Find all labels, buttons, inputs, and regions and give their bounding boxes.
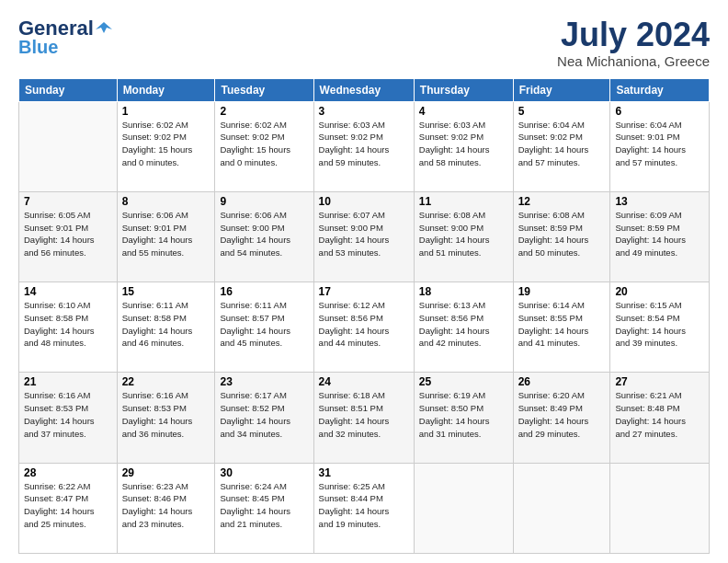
day-number: 19 [518, 285, 606, 298]
day-info: Sunrise: 6:02 AMSunset: 9:02 PMDaylight:… [220, 119, 308, 169]
calendar-cell: 14Sunrise: 6:10 AMSunset: 8:58 PMDayligh… [19, 282, 118, 373]
day-number: 17 [319, 285, 409, 298]
day-number: 24 [319, 375, 409, 388]
calendar-cell: 30Sunrise: 6:24 AMSunset: 8:45 PMDayligh… [215, 463, 313, 553]
day-info: Sunrise: 6:25 AMSunset: 8:44 PMDaylight:… [319, 480, 409, 531]
calendar-cell [610, 463, 710, 553]
day-number: 11 [419, 195, 508, 208]
day-info: Sunrise: 6:11 AMSunset: 8:57 PMDaylight:… [220, 299, 308, 350]
day-info: Sunrise: 6:02 AMSunset: 9:02 PMDaylight:… [122, 119, 210, 169]
day-info: Sunrise: 6:15 AMSunset: 8:54 PMDaylight:… [615, 299, 704, 350]
calendar-cell: 2Sunrise: 6:02 AMSunset: 9:02 PMDaylight… [215, 101, 313, 191]
day-number: 2 [220, 105, 308, 118]
day-number: 12 [518, 195, 606, 208]
day-info: Sunrise: 6:06 AMSunset: 9:00 PMDaylight:… [220, 209, 308, 259]
calendar-week-row: 14Sunrise: 6:10 AMSunset: 8:58 PMDayligh… [19, 282, 710, 373]
day-info: Sunrise: 6:16 AMSunset: 8:53 PMDaylight:… [122, 389, 210, 440]
logo: General Blue [18, 17, 112, 58]
calendar-cell: 13Sunrise: 6:09 AMSunset: 8:59 PMDayligh… [610, 191, 710, 282]
page: General Blue July 2024 Nea Michaniona, G… [0, 0, 728, 563]
day-info: Sunrise: 6:03 AMSunset: 9:02 PMDaylight:… [319, 119, 409, 169]
calendar-cell [513, 463, 610, 553]
logo-bird-icon [96, 20, 112, 37]
calendar-cell: 29Sunrise: 6:23 AMSunset: 8:46 PMDayligh… [117, 463, 215, 553]
day-number: 1 [122, 105, 210, 118]
day-info: Sunrise: 6:07 AMSunset: 9:00 PMDaylight:… [319, 209, 409, 259]
calendar-cell: 15Sunrise: 6:11 AMSunset: 8:58 PMDayligh… [117, 282, 215, 373]
day-info: Sunrise: 6:19 AMSunset: 8:50 PMDaylight:… [419, 389, 508, 440]
day-number: 20 [615, 285, 704, 298]
day-number: 14 [24, 285, 112, 298]
day-info: Sunrise: 6:03 AMSunset: 9:02 PMDaylight:… [419, 119, 508, 169]
calendar-cell: 11Sunrise: 6:08 AMSunset: 9:00 PMDayligh… [414, 191, 513, 282]
calendar-cell: 6Sunrise: 6:04 AMSunset: 9:01 PMDaylight… [610, 101, 710, 191]
day-info: Sunrise: 6:11 AMSunset: 8:58 PMDaylight:… [122, 299, 210, 350]
day-info: Sunrise: 6:16 AMSunset: 8:53 PMDaylight:… [24, 389, 112, 440]
day-number: 30 [220, 466, 308, 479]
location: Nea Michaniona, Greece [557, 53, 710, 69]
calendar-week-row: 28Sunrise: 6:22 AMSunset: 8:47 PMDayligh… [19, 463, 710, 553]
calendar-cell: 3Sunrise: 6:03 AMSunset: 9:02 PMDaylight… [313, 101, 414, 191]
calendar-cell: 7Sunrise: 6:05 AMSunset: 9:01 PMDaylight… [19, 191, 118, 282]
calendar-cell: 16Sunrise: 6:11 AMSunset: 8:57 PMDayligh… [215, 282, 313, 373]
day-number: 21 [24, 375, 112, 388]
weekday-header: Tuesday [215, 78, 313, 101]
calendar-cell: 4Sunrise: 6:03 AMSunset: 9:02 PMDaylight… [414, 101, 513, 191]
calendar-cell: 20Sunrise: 6:15 AMSunset: 8:54 PMDayligh… [610, 282, 710, 373]
day-info: Sunrise: 6:20 AMSunset: 8:49 PMDaylight:… [518, 389, 606, 440]
weekday-header: Monday [117, 78, 215, 101]
calendar-header-row: SundayMondayTuesdayWednesdayThursdayFrid… [19, 78, 710, 101]
day-number: 5 [518, 105, 606, 118]
day-info: Sunrise: 6:05 AMSunset: 9:01 PMDaylight:… [24, 209, 112, 259]
day-number: 8 [122, 195, 210, 208]
day-number: 28 [24, 466, 112, 479]
day-number: 3 [319, 105, 409, 118]
day-number: 7 [24, 195, 112, 208]
calendar-cell: 18Sunrise: 6:13 AMSunset: 8:56 PMDayligh… [414, 282, 513, 373]
calendar-week-row: 1Sunrise: 6:02 AMSunset: 9:02 PMDaylight… [19, 101, 710, 191]
calendar-cell: 24Sunrise: 6:18 AMSunset: 8:51 PMDayligh… [313, 373, 414, 463]
day-info: Sunrise: 6:08 AMSunset: 8:59 PMDaylight:… [518, 209, 606, 259]
day-info: Sunrise: 6:12 AMSunset: 8:56 PMDaylight:… [319, 299, 409, 350]
calendar-cell: 12Sunrise: 6:08 AMSunset: 8:59 PMDayligh… [513, 191, 610, 282]
calendar-cell: 5Sunrise: 6:04 AMSunset: 9:02 PMDaylight… [513, 101, 610, 191]
weekday-header: Sunday [19, 78, 118, 101]
calendar-cell: 22Sunrise: 6:16 AMSunset: 8:53 PMDayligh… [117, 373, 215, 463]
day-number: 6 [615, 105, 704, 118]
day-info: Sunrise: 6:22 AMSunset: 8:47 PMDaylight:… [24, 480, 112, 531]
day-info: Sunrise: 6:18 AMSunset: 8:51 PMDaylight:… [319, 389, 409, 440]
day-number: 31 [319, 466, 409, 479]
calendar-week-row: 21Sunrise: 6:16 AMSunset: 8:53 PMDayligh… [19, 373, 710, 463]
calendar-table: SundayMondayTuesdayWednesdayThursdayFrid… [18, 78, 710, 554]
day-info: Sunrise: 6:21 AMSunset: 8:48 PMDaylight:… [615, 389, 704, 440]
calendar-cell: 1Sunrise: 6:02 AMSunset: 9:02 PMDaylight… [117, 101, 215, 191]
calendar-cell: 28Sunrise: 6:22 AMSunset: 8:47 PMDayligh… [19, 463, 118, 553]
calendar-cell: 10Sunrise: 6:07 AMSunset: 9:00 PMDayligh… [313, 191, 414, 282]
calendar-cell: 21Sunrise: 6:16 AMSunset: 8:53 PMDayligh… [19, 373, 118, 463]
day-info: Sunrise: 6:06 AMSunset: 9:01 PMDaylight:… [122, 209, 210, 259]
day-info: Sunrise: 6:17 AMSunset: 8:52 PMDaylight:… [220, 389, 308, 440]
header: General Blue July 2024 Nea Michaniona, G… [18, 17, 710, 69]
weekday-header: Friday [513, 78, 610, 101]
day-number: 9 [220, 195, 308, 208]
day-number: 15 [122, 285, 210, 298]
day-number: 10 [319, 195, 409, 208]
day-info: Sunrise: 6:08 AMSunset: 9:00 PMDaylight:… [419, 209, 508, 259]
day-info: Sunrise: 6:23 AMSunset: 8:46 PMDaylight:… [122, 480, 210, 531]
calendar-cell: 23Sunrise: 6:17 AMSunset: 8:52 PMDayligh… [215, 373, 313, 463]
weekday-header: Wednesday [313, 78, 414, 101]
calendar-cell: 8Sunrise: 6:06 AMSunset: 9:01 PMDaylight… [117, 191, 215, 282]
calendar-cell [19, 101, 118, 191]
weekday-header: Thursday [414, 78, 513, 101]
svg-marker-0 [96, 22, 112, 33]
calendar-week-row: 7Sunrise: 6:05 AMSunset: 9:01 PMDaylight… [19, 191, 710, 282]
calendar-cell: 27Sunrise: 6:21 AMSunset: 8:48 PMDayligh… [610, 373, 710, 463]
day-info: Sunrise: 6:09 AMSunset: 8:59 PMDaylight:… [615, 209, 704, 259]
calendar-cell: 25Sunrise: 6:19 AMSunset: 8:50 PMDayligh… [414, 373, 513, 463]
calendar-cell: 17Sunrise: 6:12 AMSunset: 8:56 PMDayligh… [313, 282, 414, 373]
weekday-header: Saturday [610, 78, 710, 101]
calendar-cell [414, 463, 513, 553]
day-number: 23 [220, 375, 308, 388]
day-number: 22 [122, 375, 210, 388]
day-info: Sunrise: 6:13 AMSunset: 8:56 PMDaylight:… [419, 299, 508, 350]
